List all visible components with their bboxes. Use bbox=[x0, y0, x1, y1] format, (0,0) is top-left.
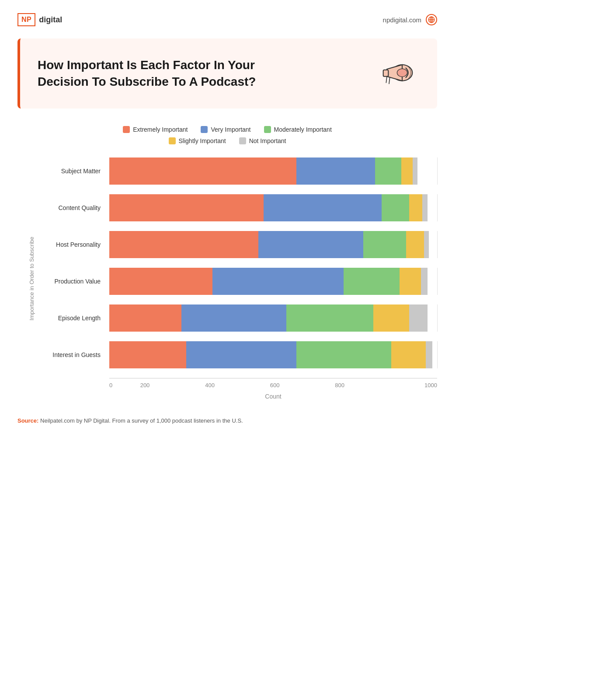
bar-segment bbox=[400, 268, 421, 295]
bar-track bbox=[109, 268, 437, 295]
legend-color-slightly bbox=[169, 137, 176, 144]
bar-segment bbox=[406, 231, 424, 258]
bar-segment bbox=[363, 231, 406, 258]
bar-track bbox=[109, 231, 437, 258]
bar-segment bbox=[409, 304, 427, 332]
bar-segment bbox=[109, 158, 296, 185]
chart-main: Subject MatterContent QualityHost Person… bbox=[39, 158, 437, 400]
source-text: Neilpatel.com by NP Digital. From a surv… bbox=[40, 417, 243, 424]
bar-segment bbox=[264, 194, 382, 221]
legend-label-1: Very Important bbox=[211, 126, 250, 133]
bar-row: Subject Matter bbox=[39, 158, 437, 185]
bar-segment bbox=[422, 194, 427, 221]
bar-segment bbox=[424, 231, 429, 258]
title-banner: How Important Is Each Factor In Your Dec… bbox=[17, 38, 437, 108]
bar-segment bbox=[258, 231, 363, 258]
bar-label: Host Personality bbox=[39, 241, 109, 248]
bar-label: Subject Matter bbox=[39, 168, 109, 175]
bar-row: Episode Length bbox=[39, 304, 437, 332]
legend: Extremely Important Very Important Moder… bbox=[17, 126, 437, 144]
bar-label: Episode Length bbox=[39, 315, 109, 322]
header: NP digital npdigital.com bbox=[17, 13, 437, 26]
bar-segment bbox=[109, 341, 186, 368]
legend-item-3: Slightly Important bbox=[169, 137, 226, 144]
bar-segment bbox=[375, 158, 401, 185]
bar-segment bbox=[421, 268, 428, 295]
svg-line-8 bbox=[386, 77, 387, 83]
legend-label-0: Extremely Important bbox=[133, 126, 188, 133]
bar-segment bbox=[212, 268, 344, 295]
bar-label: Content Quality bbox=[39, 204, 109, 211]
globe-icon bbox=[426, 14, 437, 25]
bar-segment bbox=[344, 268, 400, 295]
bar-segment bbox=[109, 304, 181, 332]
bars-wrapper: Subject MatterContent QualityHost Person… bbox=[39, 158, 437, 368]
x-tick: 0 bbox=[109, 382, 112, 388]
bar-segment bbox=[286, 304, 373, 332]
legend-label-3: Slightly Important bbox=[179, 137, 226, 144]
x-tick: 400 bbox=[177, 382, 243, 388]
x-tick: 200 bbox=[112, 382, 177, 388]
legend-item-2: Moderately Important bbox=[264, 126, 332, 133]
legend-item-0: Extremely Important bbox=[123, 126, 188, 133]
bar-row: Production Value bbox=[39, 268, 437, 295]
bar-segment bbox=[296, 341, 392, 368]
bar-row: Host Personality bbox=[39, 231, 437, 258]
bar-segment bbox=[426, 341, 432, 368]
bar-segment bbox=[296, 158, 375, 185]
bar-track bbox=[109, 194, 437, 221]
svg-rect-6 bbox=[383, 70, 389, 77]
bar-segment bbox=[109, 194, 264, 221]
svg-line-9 bbox=[389, 77, 390, 84]
bar-segment bbox=[186, 341, 296, 368]
legend-row-2: Slightly Important Not Important bbox=[169, 137, 286, 144]
bar-segment bbox=[373, 304, 410, 332]
logo-text: digital bbox=[39, 15, 62, 24]
bar-row: Interest in Guests bbox=[39, 341, 437, 368]
source: Source: Neilpatel.com by NP Digital. Fro… bbox=[17, 417, 437, 424]
legend-row-1: Extremely Important Very Important Moder… bbox=[123, 126, 332, 133]
bar-segment bbox=[109, 231, 258, 258]
y-axis-label: Importance in Order to Subscribe bbox=[26, 237, 35, 320]
legend-item-1: Very Important bbox=[201, 126, 250, 133]
x-tick: 1000 bbox=[372, 382, 437, 388]
title-text: How Important Is Each Factor In Your Dec… bbox=[38, 57, 256, 90]
bar-segment bbox=[181, 304, 286, 332]
legend-color-moderately bbox=[264, 126, 271, 133]
logo-letters: NP bbox=[17, 13, 35, 26]
bar-track bbox=[109, 158, 437, 185]
legend-label-2: Moderately Important bbox=[274, 126, 332, 133]
bar-segment bbox=[391, 341, 426, 368]
legend-label-4: Not Important bbox=[249, 137, 286, 144]
svg-point-7 bbox=[397, 69, 407, 77]
x-tick: 800 bbox=[307, 382, 372, 388]
x-axis-label: Count bbox=[109, 393, 437, 400]
x-tick: 600 bbox=[242, 382, 307, 388]
bar-segment bbox=[401, 158, 413, 185]
chart-area: Importance in Order to Subscribe Subject… bbox=[26, 158, 437, 400]
source-label: Source: bbox=[17, 417, 38, 424]
legend-color-not bbox=[239, 137, 246, 144]
bar-track bbox=[109, 304, 437, 332]
bar-label: Interest in Guests bbox=[39, 351, 109, 358]
bar-segment bbox=[109, 268, 212, 295]
x-axis: 02004006008001000 bbox=[109, 378, 437, 388]
legend-color-very bbox=[201, 126, 208, 133]
legend-item-4: Not Important bbox=[239, 137, 286, 144]
logo: NP digital bbox=[17, 13, 62, 26]
bar-row: Content Quality bbox=[39, 194, 437, 221]
legend-color-extremely bbox=[123, 126, 130, 133]
bar-segment bbox=[382, 194, 410, 221]
bar-segment bbox=[409, 194, 422, 221]
header-right: npdigital.com bbox=[383, 14, 437, 25]
bar-segment bbox=[413, 158, 417, 185]
bar-track bbox=[109, 341, 437, 368]
megaphone-icon bbox=[376, 52, 420, 95]
bar-label: Production Value bbox=[39, 278, 109, 285]
website-url: npdigital.com bbox=[383, 16, 421, 24]
